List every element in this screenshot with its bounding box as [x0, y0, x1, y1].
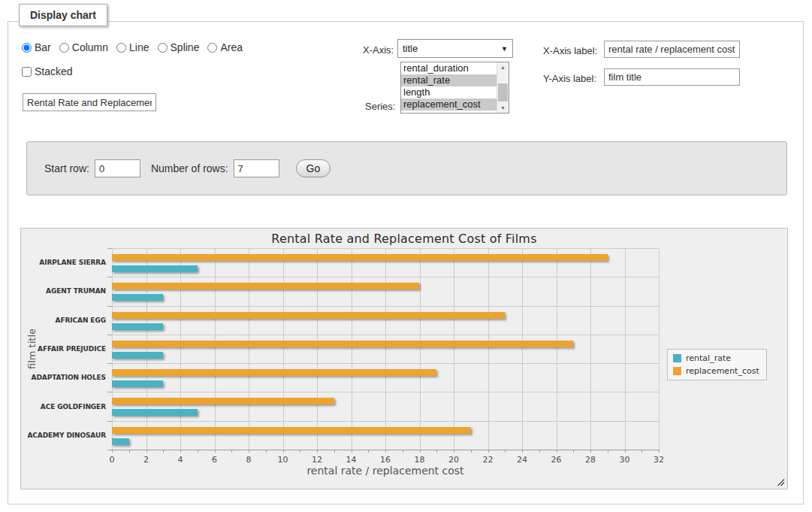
x-tick-label: 16: [380, 455, 391, 465]
stacked-checkbox[interactable]: [22, 67, 32, 77]
bar-replacement_cost: [112, 369, 436, 376]
y-axis-label-input[interactable]: [604, 68, 740, 86]
gridline: [180, 248, 181, 450]
bar-rental_rate: [112, 294, 163, 301]
chart-type-radio-line[interactable]: [116, 43, 126, 53]
gridline: [112, 392, 659, 392]
gridline: [659, 248, 660, 450]
legend-item-rental_rate[interactable]: rental_rate: [673, 353, 759, 363]
x-axis-line: [112, 450, 659, 450]
bar-rental_rate: [112, 438, 129, 445]
gridline: [283, 248, 284, 450]
x-tick-label: 20: [448, 455, 459, 465]
chart-type-option-bar: Bar: [22, 41, 51, 53]
stacked-label-text: Stacked: [35, 65, 73, 77]
chart-type-radio-area[interactable]: [207, 43, 217, 53]
bar-rental_rate: [112, 352, 163, 359]
gridline: [385, 248, 386, 450]
bar-replacement_cost: [112, 312, 505, 319]
chart-type-option-spline: Spline: [158, 41, 200, 53]
series-scrollbar[interactable]: ▲ ▼: [497, 62, 509, 113]
series-option-rental_duration[interactable]: rental_duration: [401, 62, 497, 74]
chart-type-option-line: Line: [116, 41, 149, 53]
go-button[interactable]: Go: [296, 159, 331, 177]
x-tick-label: 8: [246, 455, 252, 465]
gridline: [146, 248, 147, 450]
scrollbar-thumb[interactable]: [498, 83, 508, 101]
gridline: [112, 335, 659, 335]
row-range-panel: Start row: Number of rows: Go: [26, 141, 787, 195]
gridline: [557, 248, 557, 450]
bar-replacement_cost: [112, 398, 334, 404]
gridline: [625, 248, 626, 450]
series-option-length[interactable]: length: [401, 86, 497, 98]
chart-type-radio-label: Column: [72, 41, 108, 53]
scroll-up-icon[interactable]: ▲: [497, 62, 509, 72]
x-tick-label: 18: [415, 455, 425, 465]
chart-type-radio-group: BarColumnLineSplineArea: [22, 41, 243, 53]
x-tick-label: 0: [110, 455, 115, 465]
bar-rental_rate: [112, 380, 163, 387]
gridline: [420, 248, 421, 450]
series-select-label: Series:: [365, 101, 395, 112]
chevron-down-icon: ▼: [501, 45, 508, 53]
fieldset-legend: Display chart: [19, 4, 107, 26]
legend-item-replacement_cost[interactable]: replacement_cost: [673, 366, 759, 376]
chart-type-radio-spline[interactable]: [158, 43, 168, 53]
gridline: [317, 248, 318, 450]
x-tick-label: 4: [178, 455, 183, 465]
stacked-checkbox-row: Stacked: [22, 65, 73, 77]
bar-replacement_cost: [112, 254, 608, 261]
x-axis-select[interactable]: title ▼: [397, 39, 513, 58]
scroll-down-icon[interactable]: ▼: [497, 103, 509, 113]
y-axis-title: film title: [26, 329, 38, 369]
resize-handle-icon[interactable]: [776, 477, 784, 486]
series-option-replacement_cost[interactable]: replacement_cost: [401, 98, 497, 111]
chart-title-input[interactable]: [23, 93, 156, 111]
chart-type-radio-bar[interactable]: [22, 43, 32, 53]
x-axis-select-label: X-Axis:: [363, 44, 394, 56]
bar-rental_rate: [112, 323, 163, 330]
chart-title: Rental Rate and Replacement Cost of Film…: [21, 232, 787, 246]
category-label: ACE GOLDFINGER: [23, 392, 106, 420]
gridline: [249, 248, 249, 450]
x-axis-selected-value: title: [403, 43, 501, 54]
series-option-rental_rate[interactable]: rental_rate: [401, 74, 497, 86]
chart-type-radio-column[interactable]: [59, 43, 69, 53]
bar-replacement_cost: [112, 341, 573, 347]
series-listbox[interactable]: rental_durationrental_ratelengthreplacem…: [400, 62, 509, 114]
chart-type-option-area: Area: [207, 41, 243, 53]
chart-type-option-column: Column: [59, 41, 108, 53]
plot-area: 02468101214161820222426283032AIRPLANE SI…: [112, 248, 659, 450]
legend-label: replacement_cost: [686, 366, 759, 376]
x-axis-label-input[interactable]: [604, 41, 740, 58]
gridline: [522, 248, 523, 450]
stacked-label: Stacked: [22, 65, 73, 77]
x-tick-label: 14: [346, 455, 357, 465]
x-tick-label: 2: [143, 455, 149, 465]
num-rows-label: Number of rows:: [151, 162, 228, 174]
gridline: [112, 306, 659, 307]
gridline: [112, 277, 659, 277]
x-tick-label: 30: [620, 455, 630, 465]
x-tick-label: 26: [551, 455, 562, 465]
legend-label: rental_rate: [686, 353, 731, 363]
x-minor-tick: [659, 450, 660, 453]
num-rows-input[interactable]: [234, 159, 279, 177]
bar-replacement_cost: [112, 427, 471, 434]
gridline: [454, 248, 454, 450]
chart-container: Rental Rate and Replacement Cost of Film…: [20, 228, 788, 489]
gridline: [590, 248, 591, 450]
chart-legend: rental_ratereplacement_cost: [667, 349, 767, 380]
x-axis-label-field-label: X-Axis label:: [543, 45, 597, 56]
legend-swatch-icon: [673, 367, 681, 375]
gridline: [352, 248, 352, 450]
start-row-label: Start row:: [44, 162, 89, 174]
y-axis-label-field-label: Y-Axis label:: [543, 73, 596, 84]
bar-rental_rate: [112, 265, 198, 272]
start-row-input[interactable]: [95, 159, 140, 177]
x-tick-label: 28: [585, 455, 596, 465]
category-label: ACADEMY DINOSAUR: [23, 421, 106, 450]
x-tick-label: 24: [517, 455, 527, 465]
category-label: AIRPLANE SIERRA: [23, 248, 106, 277]
